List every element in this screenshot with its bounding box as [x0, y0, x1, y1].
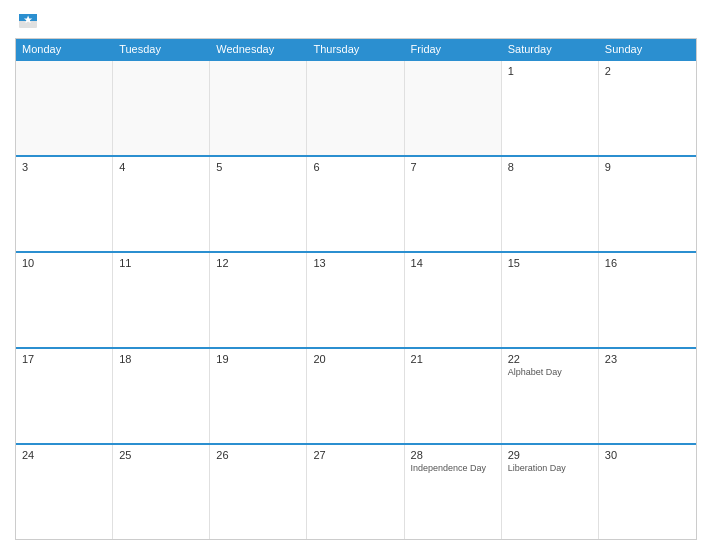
- weekday-sunday: Sunday: [599, 39, 696, 59]
- day-number: 11: [119, 257, 203, 269]
- day-number: 8: [508, 161, 592, 173]
- day-number: 18: [119, 353, 203, 365]
- day-cell: 30: [599, 445, 696, 539]
- day-cell: 23: [599, 349, 696, 443]
- week-row-4: 171819202122Alphabet Day23: [16, 347, 696, 443]
- week-row-5: 2425262728Independence Day29Liberation D…: [16, 443, 696, 539]
- day-number: 26: [216, 449, 300, 461]
- day-cell: 21: [405, 349, 502, 443]
- day-cell: 22Alphabet Day: [502, 349, 599, 443]
- day-cell: 7: [405, 157, 502, 251]
- weekday-friday: Friday: [405, 39, 502, 59]
- day-number: 21: [411, 353, 495, 365]
- day-cell: 8: [502, 157, 599, 251]
- day-cell: 14: [405, 253, 502, 347]
- weekday-thursday: Thursday: [307, 39, 404, 59]
- day-number: 7: [411, 161, 495, 173]
- day-cell: [405, 61, 502, 155]
- weeks-container: 12345678910111213141516171819202122Alpha…: [16, 59, 696, 539]
- weekday-tuesday: Tuesday: [113, 39, 210, 59]
- day-cell: 27: [307, 445, 404, 539]
- day-number: 5: [216, 161, 300, 173]
- day-cell: [210, 61, 307, 155]
- logo: [15, 10, 39, 32]
- day-cell: 25: [113, 445, 210, 539]
- day-cell: 17: [16, 349, 113, 443]
- day-cell: [16, 61, 113, 155]
- day-number: 13: [313, 257, 397, 269]
- day-number: 27: [313, 449, 397, 461]
- day-cell: 29Liberation Day: [502, 445, 599, 539]
- day-number: 17: [22, 353, 106, 365]
- day-number: 28: [411, 449, 495, 461]
- day-number: 12: [216, 257, 300, 269]
- day-number: 22: [508, 353, 592, 365]
- day-number: 16: [605, 257, 690, 269]
- day-cell: 19: [210, 349, 307, 443]
- holiday-label: Alphabet Day: [508, 367, 592, 378]
- day-cell: 6: [307, 157, 404, 251]
- day-cell: 16: [599, 253, 696, 347]
- day-cell: 3: [16, 157, 113, 251]
- weekday-saturday: Saturday: [502, 39, 599, 59]
- day-number: 10: [22, 257, 106, 269]
- day-cell: 26: [210, 445, 307, 539]
- weekday-wednesday: Wednesday: [210, 39, 307, 59]
- day-cell: 28Independence Day: [405, 445, 502, 539]
- day-number: 23: [605, 353, 690, 365]
- day-number: 20: [313, 353, 397, 365]
- day-number: 19: [216, 353, 300, 365]
- day-number: 15: [508, 257, 592, 269]
- day-cell: 18: [113, 349, 210, 443]
- logo-flag-icon: [17, 10, 39, 32]
- day-cell: [307, 61, 404, 155]
- day-cell: 2: [599, 61, 696, 155]
- day-number: 6: [313, 161, 397, 173]
- day-number: 9: [605, 161, 690, 173]
- day-number: 25: [119, 449, 203, 461]
- day-number: 30: [605, 449, 690, 461]
- week-row-3: 10111213141516: [16, 251, 696, 347]
- day-number: 4: [119, 161, 203, 173]
- day-cell: 13: [307, 253, 404, 347]
- day-cell: 24: [16, 445, 113, 539]
- calendar-page: MondayTuesdayWednesdayThursdayFridaySatu…: [0, 0, 712, 550]
- day-cell: 9: [599, 157, 696, 251]
- holiday-label: Liberation Day: [508, 463, 592, 474]
- day-cell: [113, 61, 210, 155]
- day-cell: 5: [210, 157, 307, 251]
- day-cell: 20: [307, 349, 404, 443]
- day-cell: 10: [16, 253, 113, 347]
- week-row-1: 12: [16, 59, 696, 155]
- weekday-monday: Monday: [16, 39, 113, 59]
- day-cell: 1: [502, 61, 599, 155]
- day-number: 2: [605, 65, 690, 77]
- day-cell: 11: [113, 253, 210, 347]
- header: [15, 10, 697, 32]
- calendar-grid: MondayTuesdayWednesdayThursdayFridaySatu…: [15, 38, 697, 540]
- day-cell: 12: [210, 253, 307, 347]
- day-number: 29: [508, 449, 592, 461]
- day-cell: 15: [502, 253, 599, 347]
- holiday-label: Independence Day: [411, 463, 495, 474]
- day-cell: 4: [113, 157, 210, 251]
- day-number: 3: [22, 161, 106, 173]
- week-row-2: 3456789: [16, 155, 696, 251]
- weekdays-row: MondayTuesdayWednesdayThursdayFridaySatu…: [16, 39, 696, 59]
- day-number: 1: [508, 65, 592, 77]
- day-number: 14: [411, 257, 495, 269]
- day-number: 24: [22, 449, 106, 461]
